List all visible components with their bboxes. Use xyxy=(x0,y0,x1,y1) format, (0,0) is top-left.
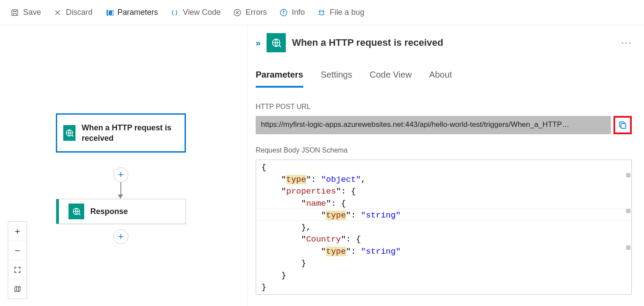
svg-point-4 xyxy=(283,10,284,11)
save-icon xyxy=(10,8,19,17)
copy-url-button[interactable] xyxy=(613,116,632,134)
svg-rect-9 xyxy=(621,123,626,128)
tab-settings[interactable]: Settings xyxy=(321,70,352,88)
parameters-label: Parameters xyxy=(117,8,158,17)
errors-button[interactable]: Errors xyxy=(233,8,267,17)
svg-point-5 xyxy=(320,10,323,15)
json-schema-editor[interactable]: { "type": "object", "properties": { "nam… xyxy=(256,160,632,295)
info-button[interactable]: Info xyxy=(279,8,305,17)
panel-tabs: Parameters Settings Code View About xyxy=(256,70,632,88)
discard-icon xyxy=(53,8,62,17)
code-icon xyxy=(170,8,179,17)
parameters-button[interactable]: [@] Parameters xyxy=(105,8,158,17)
response-node[interactable]: Response xyxy=(56,199,186,224)
add-action-button-2[interactable]: + xyxy=(113,229,128,244)
zoom-out-button[interactable] xyxy=(8,241,27,260)
file-bug-button[interactable]: File a bug xyxy=(317,8,364,17)
trigger-node-label: When a HTTP request is received xyxy=(82,122,178,144)
connector-arrow-icon xyxy=(118,194,123,199)
tab-about[interactable]: About xyxy=(429,70,452,88)
details-panel: » When a HTTP request is received ··· Pa… xyxy=(248,25,644,306)
svg-rect-0 xyxy=(12,10,17,15)
errors-label: Errors xyxy=(246,8,267,17)
bug-icon xyxy=(317,8,326,17)
panel-title: When a HTTP request is received xyxy=(292,37,443,48)
response-accent-bar xyxy=(56,199,59,224)
minimap-button[interactable] xyxy=(8,279,27,299)
save-label: Save xyxy=(23,8,41,17)
zoom-in-button[interactable] xyxy=(8,222,27,241)
connector-line xyxy=(120,182,121,195)
info-icon xyxy=(279,8,288,17)
url-field-label: HTTP POST URL xyxy=(256,103,632,111)
tab-code-view[interactable]: Code View xyxy=(370,70,411,88)
collapse-panel-button[interactable]: » xyxy=(256,38,260,48)
parameters-icon: [@] xyxy=(105,8,113,17)
toolbar: Save Discard [@] Parameters View Code Er… xyxy=(0,0,644,25)
http-trigger-icon xyxy=(63,125,75,141)
workflow-designer[interactable]: When a HTTP request is received + Respon… xyxy=(0,25,248,306)
panel-more-button[interactable]: ··· xyxy=(621,37,632,48)
add-action-button-1[interactable]: + xyxy=(113,167,128,182)
discard-label: Discard xyxy=(66,8,92,17)
tab-parameters[interactable]: Parameters xyxy=(256,70,303,88)
errors-icon xyxy=(233,8,242,17)
http-post-url-input[interactable]: https://myfirst-logic-apps.azurewebsites… xyxy=(256,116,611,134)
save-button[interactable]: Save xyxy=(10,8,41,17)
view-code-button[interactable]: View Code xyxy=(170,8,221,17)
response-node-label: Response xyxy=(90,206,128,217)
panel-trigger-icon xyxy=(267,33,286,52)
view-code-label: View Code xyxy=(183,8,221,17)
info-label: Info xyxy=(292,8,305,17)
trigger-node[interactable]: When a HTTP request is received xyxy=(56,113,186,153)
svg-text:[@]: [@] xyxy=(106,10,114,16)
schema-field-label: Request Body JSON Schema xyxy=(256,146,632,154)
fit-screen-button[interactable] xyxy=(8,260,27,279)
file-bug-label: File a bug xyxy=(330,8,364,17)
response-icon xyxy=(69,204,84,219)
discard-button[interactable]: Discard xyxy=(53,8,92,17)
zoom-controls xyxy=(8,221,27,299)
copy-icon xyxy=(618,120,627,130)
